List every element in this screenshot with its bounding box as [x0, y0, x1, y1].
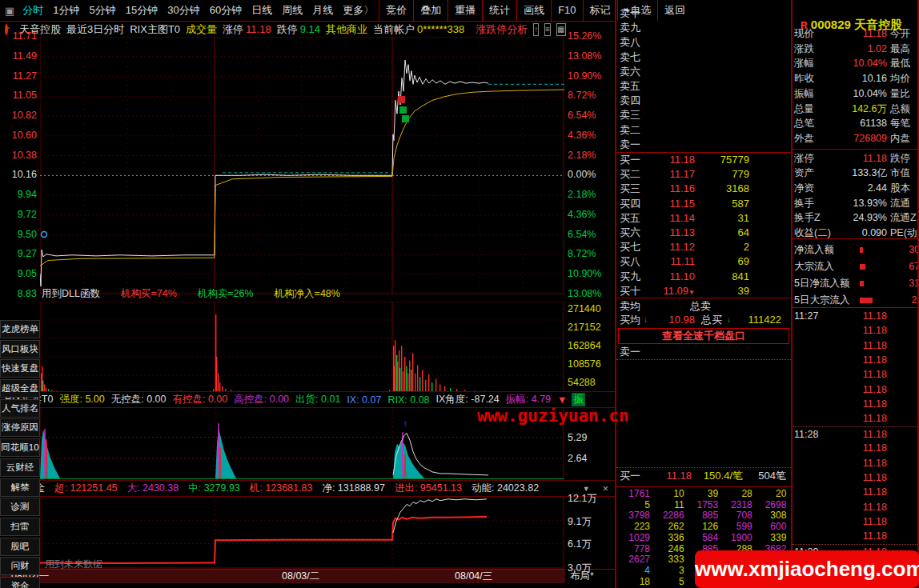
sidebar-item-同花顺10[interactable]: 同花顺10	[0, 438, 40, 457]
sell-row-卖七[interactable]: 卖七	[616, 50, 791, 65]
time-sales-row[interactable]: 11.18	[793, 529, 919, 543]
main-indicator[interactable]: RIX主图T0	[130, 22, 180, 37]
time-sales-row[interactable]: 11.184	[793, 367, 919, 382]
buy-row-买十[interactable]: 买十11.09▼39	[616, 284, 791, 298]
buy-row-买七[interactable]: 买七11.122	[616, 240, 791, 254]
ts-price: 11.18	[829, 485, 887, 499]
industry-label[interactable]: 其他商业	[326, 22, 367, 37]
buy-row-买九[interactable]: 买九11.10841	[616, 270, 791, 284]
indicator-field: IX角度: -87.24	[436, 393, 500, 406]
sidebar-item-云财经[interactable]: 云财经	[0, 458, 40, 477]
time-sales-row[interactable]: 11.181	[793, 500, 919, 514]
buy-row-买五[interactable]: 买五11.1431	[616, 211, 791, 226]
sell-row-卖五[interactable]: 卖五	[616, 79, 791, 94]
volume-axis-tick: 162864	[568, 340, 614, 351]
funds-chart[interactable]	[40, 495, 564, 569]
toolbar-button-标记[interactable]: 标记	[583, 0, 617, 21]
volume-axis-tick: 217152	[568, 322, 614, 333]
toolbar-button-F10[interactable]: F10	[551, 0, 582, 21]
rix-indicator-header[interactable]: RIX买卖T0强度: 5.00无控盘: 0.00有控盘: 0.00高控盘: 0.…	[0, 391, 615, 408]
indicator-field: 用到DLL函数	[42, 288, 100, 299]
period-tab-5分钟[interactable]: 5分钟	[85, 3, 121, 18]
sell-row-卖三[interactable]: 卖三	[616, 108, 791, 122]
volume-indicator[interactable]: 成交量	[186, 22, 217, 37]
sidebar-item-问财[interactable]: 问财	[0, 557, 40, 575]
window-split-icon[interactable]: ▦	[556, 23, 565, 36]
sell-row-卖四[interactable]: 卖四	[616, 94, 791, 108]
time-sales-row[interactable]: 11.183	[793, 397, 919, 411]
buy-row-买六[interactable]: 买六11.1364	[616, 226, 791, 240]
period-tab-分时[interactable]: 分时	[18, 3, 48, 18]
indicator-field: 振幅: 4.79	[506, 393, 551, 406]
sell-row-卖十[interactable]: 卖十	[616, 6, 791, 21]
sidebar-item-诊测[interactable]: 诊测	[0, 498, 40, 516]
left-axis-tick: 9.94	[0, 189, 37, 200]
buy-row-买四[interactable]: 买四11.15587	[616, 197, 791, 211]
chart-mode[interactable]: 最近3日分时	[66, 22, 124, 37]
time-sales-row[interactable]: 11.184	[793, 456, 919, 470]
toolbar-button-画线[interactable]: 画线	[516, 0, 551, 21]
sidebar-item-超级全盘[interactable]: 超级全盘	[0, 379, 40, 398]
order-book-panel: 卖十卖九卖八卖七卖六卖五卖四卖三卖二卖一买一11.1875779买二11.177…	[616, 0, 791, 588]
period-tab-60分钟[interactable]: 60分钟	[205, 3, 247, 18]
time-sales-row[interactable]: 11.18	[793, 338, 919, 353]
info-value: 11.18	[817, 26, 887, 41]
price-chart[interactable]	[40, 37, 564, 294]
funds-indicator-header[interactable]: 分时资金超: 121251.45大: 2430.38中: 3279.93机: 1…	[0, 480, 615, 497]
time-sales-row[interactable]: 11.185	[793, 411, 919, 426]
time-sales-row[interactable]: 11.1817	[793, 485, 919, 499]
right-axis-tick: 15.26%	[568, 30, 614, 42]
toolbar-button-竞价[interactable]: 竞价	[379, 0, 413, 21]
sell-row-卖六[interactable]: 卖六	[616, 65, 791, 79]
sidebar-item-解禁[interactable]: 解禁	[0, 478, 40, 497]
right-axis-tick: 10.90%	[568, 268, 614, 279]
sidebar-item-资金[interactable]: 资金	[0, 577, 40, 588]
menu-icon[interactable]: ≡	[544, 23, 551, 36]
period-tab-月线[interactable]: 月线	[307, 3, 338, 18]
sell-row-卖二[interactable]: 卖二	[616, 123, 791, 138]
tick-cell: 10	[651, 489, 684, 500]
tick-table-row: 37982286885708308	[616, 510, 791, 522]
buy-row-买一[interactable]: 买一11.1875779	[616, 153, 791, 167]
info-label: 换手	[794, 196, 814, 210]
info-label: 涨幅	[794, 56, 814, 70]
sidebar-item-龙虎榜单[interactable]: 龙虎榜单	[0, 320, 40, 338]
period-tab-周线[interactable]: 周线	[277, 3, 307, 18]
time-sales-row[interactable]: 11.182	[793, 353, 919, 367]
sidebar-item-快速复盘[interactable]: 快速复盘	[0, 359, 40, 378]
sidebar-item-扫雷[interactable]: 扫雷	[0, 518, 40, 536]
time-sales-row[interactable]: 11.182	[793, 323, 919, 338]
up-arrow-box-icon[interactable]: ↑	[533, 23, 539, 36]
window-icon[interactable]: ▣	[0, 5, 18, 17]
period-tab-15分钟[interactable]: 15分钟	[121, 3, 163, 18]
sell-row-卖九[interactable]: 卖九	[616, 21, 791, 35]
buy-row-买二[interactable]: 买二11.17779	[616, 167, 791, 182]
limit-analysis-link[interactable]: 涨跌停分析	[476, 22, 528, 37]
sidebar-item-股吧[interactable]: 股吧	[0, 538, 40, 556]
buy-row-买三[interactable]: 买三11.163168	[616, 182, 791, 196]
period-tab-30分钟[interactable]: 30分钟	[163, 3, 204, 18]
buy-row-买八[interactable]: 买八11.1169	[616, 254, 791, 269]
volume-chart[interactable]	[40, 302, 564, 394]
toolbar-button-叠加[interactable]: 叠加	[413, 0, 447, 21]
time-sales-row[interactable]: 11.18	[793, 441, 919, 455]
period-tab-日线[interactable]: 日线	[247, 3, 277, 18]
sidebar-item-风口板块[interactable]: 风口板块	[0, 340, 40, 358]
time-sales-row[interactable]: 11:2711.181	[793, 309, 919, 323]
full-depth-link[interactable]: 查看全速千档盘口	[618, 328, 789, 344]
period-tab-更多〉[interactable]: 更多〉	[338, 3, 379, 18]
sell-row-卖一[interactable]: 卖一	[616, 138, 791, 152]
time-sales-row[interactable]: 11:2811.182	[793, 426, 919, 442]
flow-label: 净流入额	[794, 242, 834, 258]
toolbar-button-重播[interactable]: 重播	[447, 0, 482, 21]
period-tab-1分钟[interactable]: 1分钟	[48, 3, 84, 18]
info-label: 总量	[794, 102, 814, 116]
sell-row-卖八[interactable]: 卖八	[616, 35, 791, 50]
time-sales-row[interactable]: 11.18	[793, 470, 919, 485]
time-sales-row[interactable]: 11.182	[793, 382, 919, 397]
time-sales-row[interactable]: 11.18	[793, 514, 919, 529]
tick-table-row: 223262126599600	[616, 522, 791, 533]
toolbar-button-统计[interactable]: 统计	[482, 0, 516, 21]
sidebar-item-涨停原因[interactable]: 涨停原因	[0, 418, 40, 437]
sidebar-item-人气排名[interactable]: 人气排名	[0, 399, 40, 418]
